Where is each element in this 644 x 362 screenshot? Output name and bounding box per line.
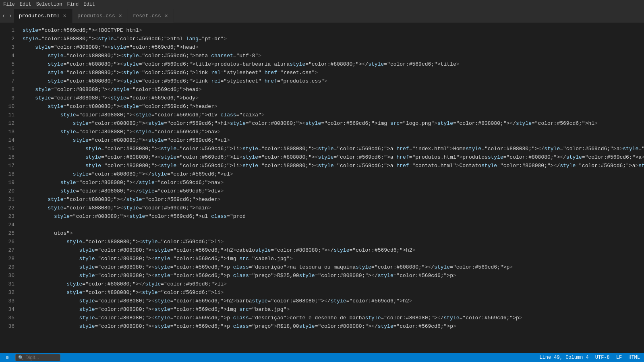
line-number-27: 27 <box>0 246 14 254</box>
code-line-14: style="color:#808080;"><style="color:#56… <box>23 136 644 145</box>
line-number-17: 17 <box>0 161 14 170</box>
line-number-26: 26 <box>0 238 14 246</box>
tab-label-reset-css: reset.css <box>133 13 161 19</box>
line-ending-indicator: LF <box>616 355 622 360</box>
code-line-21: style="color:#808080;"></style="color:#5… <box>23 195 644 204</box>
line-number-3: 3 <box>0 43 14 52</box>
code-line-15: style="color:#808080;"><style="color:#56… <box>23 145 644 153</box>
line-number-1: 1 <box>0 26 14 35</box>
line-number-25: 25 <box>0 229 14 238</box>
line-number-24: 24 <box>0 221 14 229</box>
code-line-9: style="color:#808080;"><style="color:#56… <box>23 94 644 102</box>
tab-close-produtos-css[interactable]: ✕ <box>118 14 123 18</box>
line-number-21: 21 <box>0 195 14 204</box>
line-number-31: 31 <box>0 280 14 288</box>
line-number-29: 29 <box>0 263 14 271</box>
line-number-15: 15 <box>0 145 14 153</box>
menu-edit[interactable]: Edit <box>20 2 31 7</box>
code-line-6: style="color:#808080;"><style="color:#56… <box>23 68 644 77</box>
status-right: Line 49, Column 4 UTF-8 LF HTML <box>539 355 640 360</box>
code-line-4: style="color:#808080;"><style="color:#56… <box>23 52 644 60</box>
menu-find[interactable]: Find <box>67 2 79 7</box>
line-number-9: 9 <box>0 94 14 102</box>
menu-file[interactable]: File <box>3 2 15 7</box>
windows-icon: ⊞ <box>4 354 10 361</box>
line-number-35: 35 <box>0 314 14 322</box>
line-number-19: 19 <box>0 178 14 187</box>
title-bar: File Edit Selection Find Edit <box>0 0 644 9</box>
search-input[interactable] <box>25 355 58 360</box>
code-line-23: style="color:#808080;"><style="color:#56… <box>23 212 644 221</box>
line-number-7: 7 <box>0 77 14 85</box>
code-line-1: style="color:#569cd6;"><!DOCTYPE html> <box>23 26 644 35</box>
code-line-18: style="color:#808080;"></style="color:#5… <box>23 170 644 178</box>
menu-selection[interactable]: Selection <box>36 2 62 7</box>
code-line-20: style="color:#808080;"></style="color:#5… <box>23 187 644 195</box>
code-line-8: style="color:#808080;"></style="color:#5… <box>23 85 644 94</box>
line-number-4: 4 <box>0 52 14 60</box>
line-number-23: 23 <box>0 212 14 221</box>
line-number-8: 8 <box>0 85 14 94</box>
line-number-20: 20 <box>0 187 14 195</box>
code-line-13: style="color:#808080;"><style="color:#56… <box>23 128 644 136</box>
code-line-33: style="color:#808080;"><style="color:#56… <box>23 297 644 305</box>
code-line-27: style="color:#808080;"><style="color:#56… <box>23 246 644 254</box>
line-number-18: 18 <box>0 170 14 178</box>
code-line-7: style="color:#808080;"><style="color:#56… <box>23 77 644 85</box>
code-line-26: style="color:#808080;"><style="color:#56… <box>23 238 644 246</box>
line-number-30: 30 <box>0 271 14 280</box>
status-bar: ⊞ 🔍 Line 49, Column 4 UTF-8 LF HTML <box>0 353 644 362</box>
tab-label-produtos-html: produtos.html <box>19 13 60 19</box>
line-col-indicator: Line 49, Column 4 <box>539 355 588 360</box>
code-line-24 <box>23 221 644 229</box>
encoding-indicator: UTF-8 <box>595 355 610 360</box>
code-line-32: style="color:#808080;"><style="color:#56… <box>23 288 644 297</box>
line-number-14: 14 <box>0 136 14 145</box>
tab-produtos-css[interactable]: produtos.css ✕ <box>72 9 128 23</box>
code-line-12: style="color:#808080;"><style="color:#56… <box>23 119 644 128</box>
tab-close-reset-css[interactable]: ✕ <box>164 14 169 18</box>
language-indicator: HTML <box>628 355 640 360</box>
tab-close-produtos-html[interactable]: ✕ <box>62 14 67 18</box>
code-line-36: style="color:#808080;"><style="color:#56… <box>23 322 644 331</box>
line-number-2: 2 <box>0 35 14 43</box>
code-line-10: style="color:#808080;"><style="color:#56… <box>23 102 644 111</box>
menu-edit2[interactable]: Edit <box>83 2 95 7</box>
tab-prev-button[interactable]: ‹ <box>0 9 7 23</box>
line-number-28: 28 <box>0 254 14 263</box>
code-line-30: style="color:#808080;"><style="color:#56… <box>23 271 644 280</box>
line-number-13: 13 <box>0 128 14 136</box>
line-number-16: 16 <box>0 153 14 161</box>
tab-label-produtos-css: produtos.css <box>77 13 115 19</box>
code-line-25: utos"> <box>23 229 644 238</box>
code-line-16: style="color:#808080;"><style="color:#56… <box>23 153 644 161</box>
search-bar[interactable]: 🔍 <box>15 354 60 361</box>
search-icon: 🔍 <box>18 355 24 360</box>
line-number-5: 5 <box>0 60 14 68</box>
line-number-36: 36 <box>0 322 14 331</box>
code-line-5: style="color:#808080;"><style="color:#56… <box>23 60 644 68</box>
line-number-12: 12 <box>0 119 14 128</box>
tab-next-button[interactable]: › <box>7 9 14 23</box>
tab-produtos-html[interactable]: produtos.html ✕ <box>14 9 72 23</box>
code-line-28: style="color:#808080;"><style="color:#56… <box>23 254 644 263</box>
code-line-31: style="color:#808080;"></style="color:#5… <box>23 280 644 288</box>
code-line-22: style="color:#808080;"><style="color:#56… <box>23 204 644 212</box>
tab-reset-css[interactable]: reset.css ✕ <box>128 9 174 23</box>
code-line-3: style="color:#808080;"><style="color:#56… <box>23 43 644 52</box>
code-line-19: style="color:#808080;"></style="color:#5… <box>23 178 644 187</box>
line-number-33: 33 <box>0 297 14 305</box>
status-left: ⊞ 🔍 <box>4 354 60 361</box>
code-line-29: style="color:#808080;"><style="color:#56… <box>23 263 644 271</box>
code-line-2: style="color:#808080;"><style="color:#56… <box>23 35 644 43</box>
line-number-34: 34 <box>0 305 14 314</box>
line-number-32: 32 <box>0 288 14 297</box>
line-number-6: 6 <box>0 68 14 77</box>
code-line-11: style="color:#808080;"><style="color:#56… <box>23 111 644 119</box>
tab-bar: ‹ › produtos.html ✕ produtos.css ✕ reset… <box>0 9 644 23</box>
line-number-22: 22 <box>0 204 14 212</box>
code-line-35: style="color:#808080;"><style="color:#56… <box>23 314 644 322</box>
line-number-11: 11 <box>0 111 14 119</box>
line-number-10: 10 <box>0 102 14 111</box>
code-content[interactable]: style="color:#569cd6;"><!DOCTYPE html>st… <box>19 23 644 353</box>
